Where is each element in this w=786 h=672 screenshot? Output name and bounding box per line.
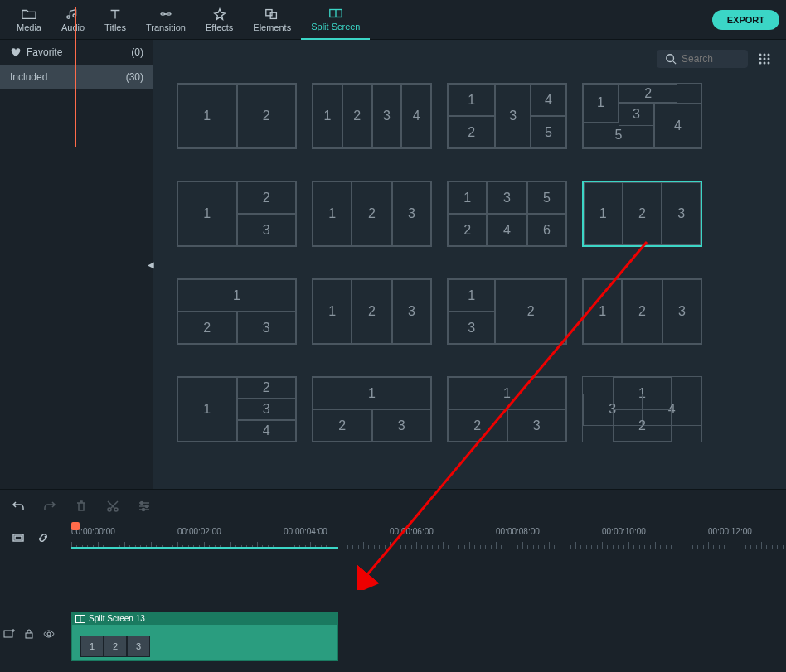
svg-point-14: [114, 508, 118, 511]
clip-thumbs: 1 2 3: [80, 636, 150, 657]
sidebar-item-included[interactable]: Included (30): [0, 65, 153, 89]
undo-icon[interactable]: [12, 500, 25, 513]
svg-point-22: [47, 632, 51, 636]
elements-icon: [264, 7, 279, 21]
template-cell: 2: [313, 409, 372, 442]
track-controls: [3, 628, 55, 640]
template-5[interactable]: 123: [177, 181, 297, 247]
svg-point-5: [764, 54, 766, 56]
template-4[interactable]: 12345: [582, 83, 702, 149]
clip-thumb: 3: [127, 636, 150, 657]
template-cell: 4: [237, 420, 297, 442]
tab-label: Transition: [146, 22, 186, 32]
template-2[interactable]: 1234: [312, 83, 432, 149]
playhead-line[interactable]: [75, 7, 76, 147]
svg-point-16: [146, 505, 148, 507]
svg-point-10: [759, 62, 762, 65]
search-input[interactable]: [682, 53, 740, 65]
template-8[interactable]: 123: [582, 181, 702, 247]
link-icon[interactable]: [36, 531, 50, 544]
template-cell: 3: [448, 312, 495, 344]
template-cell: 3: [237, 214, 297, 246]
template-cell: 6: [527, 214, 566, 246]
template-cell: 3: [372, 409, 432, 442]
ruler-mark: 00:00:08:00: [496, 527, 540, 536]
sidebar-count: (30): [126, 71, 143, 83]
cut-icon[interactable]: [106, 500, 119, 513]
template-cell: 5: [583, 123, 654, 148]
template-cell: 3: [662, 279, 701, 344]
svg-point-17: [143, 508, 145, 510]
template-cell: 4: [401, 84, 431, 148]
svg-point-7: [759, 58, 762, 60]
tab-elements[interactable]: Elements: [243, 0, 301, 40]
tab-media[interactable]: Media: [7, 0, 51, 40]
template-cell: 3: [392, 279, 431, 344]
audio-icon: [66, 7, 80, 21]
template-14[interactable]: 123: [312, 376, 432, 442]
playhead[interactable]: [71, 522, 80, 530]
timeline-clip[interactable]: Split Screen 13 1 2 3: [71, 612, 338, 661]
tab-label: Elements: [253, 22, 291, 32]
tab-audio[interactable]: Audio: [51, 0, 95, 40]
template-cell: 1: [448, 84, 495, 116]
template-1[interactable]: 12: [177, 83, 297, 149]
fit-icon[interactable]: [12, 531, 25, 544]
template-13[interactable]: 1234: [177, 376, 297, 442]
ruler-mark: 00:00:02:00: [177, 527, 221, 536]
clip-thumb: 2: [104, 636, 127, 657]
sidebar-count: (0): [131, 46, 143, 58]
template-3[interactable]: 12345: [447, 83, 567, 149]
tab-titles[interactable]: Titles: [95, 0, 136, 40]
template-cell: 2: [448, 214, 487, 246]
tab-label: Titles: [104, 22, 126, 32]
grid-view-icon[interactable]: [758, 52, 771, 65]
template-9[interactable]: 123: [177, 278, 297, 345]
template-6[interactable]: 123: [312, 181, 432, 247]
search-box[interactable]: [657, 50, 748, 68]
sidebar-label: Included: [10, 71, 47, 83]
track-add-icon[interactable]: [3, 628, 15, 640]
template-cell: 2: [613, 409, 672, 442]
timeline-toolbar: [0, 489, 786, 522]
template-12[interactable]: 123: [582, 278, 702, 345]
template-cell: 1: [177, 377, 237, 442]
template-cell: 1: [177, 84, 237, 148]
template-11[interactable]: 123: [447, 278, 567, 345]
template-cell: 4: [487, 214, 527, 246]
folder-icon: [22, 7, 36, 21]
template-cell: 1: [583, 84, 619, 123]
content-panel: ◀ 12123412345123451231231234561231231231…: [153, 40, 786, 489]
template-cell: 2: [352, 181, 392, 246]
template-7[interactable]: 123456: [447, 181, 567, 247]
lock-icon[interactable]: [23, 628, 35, 640]
eye-icon[interactable]: [43, 628, 55, 640]
svg-point-12: [768, 62, 770, 65]
ruler-mark: 00:00:06:00: [390, 527, 434, 536]
ruler-mark: 00:00:10:00: [602, 527, 646, 536]
tab-split-screen[interactable]: Split Screen: [301, 0, 370, 40]
template-16[interactable]: 1342: [582, 376, 702, 442]
sidebar-item-favorite[interactable]: Favorite (0): [0, 40, 153, 65]
timeline-tracks[interactable]: Split Screen 13 1 2 3: [0, 554, 786, 672]
delete-icon[interactable]: [75, 500, 88, 513]
template-cell: 3: [372, 84, 402, 148]
svg-point-3: [667, 55, 674, 62]
timeline-ruler[interactable]: 00:00:00:0000:00:02:0000:00:04:0000:00:0…: [71, 522, 786, 554]
tab-effects[interactable]: Effects: [196, 0, 243, 40]
svg-point-6: [768, 54, 770, 56]
tab-label: Split Screen: [311, 22, 360, 31]
template-10[interactable]: 123: [312, 278, 432, 345]
redo-icon[interactable]: [43, 500, 56, 513]
tab-transition[interactable]: Transition: [136, 0, 196, 40]
adjust-icon[interactable]: [138, 500, 151, 513]
template-15[interactable]: 123: [447, 376, 567, 442]
collapse-sidebar-button[interactable]: ◀: [148, 260, 154, 269]
titles-icon: [108, 7, 123, 21]
clip-header: Split Screen 13: [72, 612, 337, 625]
template-cell: 3: [487, 181, 527, 214]
template-cell: 2: [237, 377, 297, 399]
splitscreen-icon: [328, 7, 343, 20]
export-button[interactable]: EXPORT: [712, 10, 779, 30]
template-cell: 2: [495, 279, 566, 344]
